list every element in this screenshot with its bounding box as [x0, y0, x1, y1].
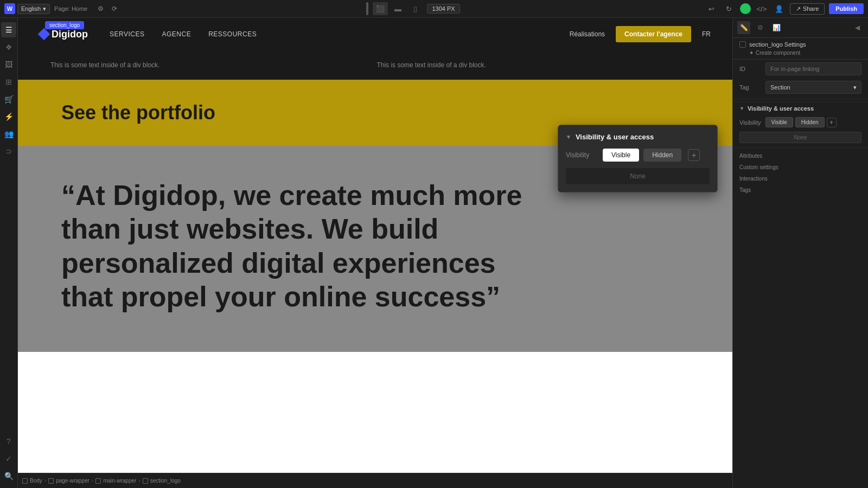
breadcrumb-main-wrapper[interactable]: main-wrapper [95, 478, 136, 484]
sidebar-item-interactions[interactable]: ⚡ [1, 109, 16, 124]
device-icons: ⬛ ▬ ▯ [373, 2, 423, 15]
redo-btn[interactable]: ↻ [723, 2, 736, 15]
refresh-icon[interactable]: ⟳ [108, 2, 121, 15]
component-checkbox[interactable] [739, 41, 746, 48]
main-layout: ☰ ❖ 🖼 ⊞ 🛒 ⚡ 👥 ⊃ ? ✓ 🔍 section_logo Digid… [0, 18, 868, 488]
toolbar-icons: ⚙ ⟳ [94, 2, 121, 15]
breadcrumb-section-logo[interactable]: section_logo [143, 478, 181, 484]
nav-realizations[interactable]: Réalisations [570, 30, 605, 38]
tablet-view-btn[interactable]: ▬ [390, 2, 405, 15]
visibility-section-title: Visibility & user access [748, 105, 814, 112]
undo-btn[interactable]: ↩ [705, 2, 718, 15]
breadcrumb-section-logo-icon [143, 478, 148, 484]
breadcrumb-page-wrapper[interactable]: page-wrapper [48, 478, 90, 484]
interactions-link[interactable]: Interactions [733, 173, 868, 184]
nav-cta[interactable]: Contacter l'agence [616, 26, 691, 42]
sidebar-item-logic[interactable]: ⊃ [1, 144, 16, 159]
breadcrumb-body-icon [22, 478, 28, 484]
id-label: ID [739, 66, 761, 72]
nav-ressources[interactable]: RESSOURCES [208, 30, 257, 38]
text-block-1: This is some text inside of a div block. [50, 61, 159, 69]
text-block-2: This is some text inside of a div block. [376, 61, 486, 69]
code-icon[interactable]: </> [755, 2, 768, 15]
right-panel: ✏️ ⚙ 📊 ◀ section_logo Settings ✦ Create … [732, 18, 868, 488]
custom-settings-link[interactable]: Custom settings [733, 162, 868, 173]
popup-hidden-btn[interactable]: Hidden [643, 149, 681, 162]
id-field-row: ID [733, 60, 868, 78]
status-indicator [740, 3, 751, 14]
quote-text: “At Digidop, we create much more than ju… [61, 178, 550, 314]
mobile-view-btn[interactable]: ▯ [407, 2, 423, 15]
element-badge: section_logo [45, 21, 84, 29]
sidebar-item-help[interactable]: ? [1, 434, 16, 449]
component-header: section_logo Settings ✦ Create component [733, 38, 868, 60]
popup-collapse-icon[interactable]: ▼ [566, 134, 571, 140]
language-label: English [21, 5, 41, 12]
language-selector[interactable]: English ▾ [17, 4, 50, 14]
px-display[interactable]: 1304 PX [427, 4, 459, 14]
visibility-visible-tab[interactable]: Visible [765, 117, 793, 127]
nav-services[interactable]: SERVICES [110, 30, 144, 38]
canvas-area[interactable]: section_logo Digidop SERVICES AGENCE RES… [18, 18, 732, 488]
sidebar-item-assets[interactable]: 🖼 [1, 57, 16, 72]
visibility-section-header[interactable]: ▼ Visibility & user access [733, 101, 868, 115]
sidebar-item-checklist[interactable]: ✓ [1, 451, 16, 466]
text-blocks-section: This is some text inside of a div block.… [18, 50, 732, 80]
panel-tab-chart[interactable]: 📊 [770, 21, 783, 34]
sidebar-item-pages[interactable]: ☰ [1, 22, 16, 37]
panel-top-tabs: ✏️ ⚙ 📊 ◀ [733, 18, 868, 38]
toolbar-right: ↩ ↻ </> 👤 ↗ Share Publish [701, 2, 868, 15]
sidebar-item-search[interactable]: 🔍 [1, 468, 16, 484]
divider-icon [366, 2, 368, 15]
chevron-down-icon: ▾ [43, 5, 46, 12]
none-pill: None [739, 132, 861, 143]
tag-selector[interactable]: Section ▾ [765, 81, 861, 94]
sidebar-item-cms[interactable]: ⊞ [1, 74, 16, 89]
plus-icon: + [692, 151, 696, 159]
popup-add-condition-btn[interactable]: + [688, 149, 700, 161]
visibility-popup: ▼ Visibility & user access Visibility Vi… [558, 125, 718, 192]
visibility-label: Visibility [739, 119, 761, 126]
sidebar-item-users[interactable]: 👥 [1, 126, 16, 142]
component-name-label: section_logo Settings [749, 41, 806, 48]
tags-link[interactable]: Tags [733, 184, 868, 196]
popup-vis-label: Visibility [566, 151, 598, 159]
page-settings-icon[interactable]: ⚙ [94, 2, 107, 15]
sidebar-item-ecommerce[interactable]: 🛒 [1, 92, 16, 107]
popup-visible-btn[interactable]: Visible [603, 149, 639, 162]
nav-agence[interactable]: AGENCE [162, 30, 191, 38]
section-collapse-arrow-icon: ▼ [739, 106, 744, 111]
sidebar-item-components[interactable]: ❖ [1, 40, 16, 55]
panel-tab-style[interactable]: ✏️ [737, 21, 750, 34]
breadcrumb-bar: Body › page-wrapper › main-wrapper › sec… [18, 473, 732, 488]
portfolio-heading: See the portfolio [61, 101, 689, 124]
component-name-row: section_logo Settings [739, 41, 861, 48]
logo-diamond-icon [38, 28, 50, 41]
create-component-btn[interactable]: ✦ Create component [739, 50, 861, 56]
id-input[interactable] [765, 62, 861, 75]
share-button[interactable]: ↗ Share [790, 3, 825, 15]
visibility-tabs-row: Visibility Visible Hidden + [733, 115, 868, 130]
visibility-add-btn[interactable]: + [827, 118, 837, 127]
nav-right: Réalisations Contacter l'agence FR [570, 26, 711, 42]
webflow-logo: W [4, 3, 15, 14]
popup-title: Visibility & user access [576, 133, 654, 141]
top-toolbar: W English ▾ Page: Home ⚙ ⟳ ⬛ ▬ ▯ 1304 PX… [0, 0, 868, 18]
nav-logo: Digidop [40, 29, 88, 40]
popup-none-label: None [566, 168, 710, 184]
tag-field-row: Tag Section ▾ [733, 78, 868, 97]
panel-tab-collapse[interactable]: ◀ [851, 21, 864, 34]
breadcrumb-page-wrapper-icon [48, 478, 54, 484]
nav-lang[interactable]: FR [702, 30, 711, 38]
panel-tab-gear[interactable]: ⚙ [754, 21, 767, 34]
visibility-hidden-tab[interactable]: Hidden [795, 117, 825, 127]
panel-divider-1 [733, 99, 868, 99]
plus-icon: ✦ [749, 50, 754, 56]
user-icon[interactable]: 👤 [773, 2, 786, 15]
chevron-down-icon: ▾ [853, 84, 857, 91]
website-preview: Digidop SERVICES AGENCE RESSOURCES Réali… [18, 18, 732, 488]
breadcrumb-body[interactable]: Body [22, 478, 42, 484]
attributes-link[interactable]: Attributes [733, 150, 868, 162]
publish-button[interactable]: Publish [829, 3, 864, 14]
desktop-view-btn[interactable]: ⬛ [373, 2, 388, 15]
